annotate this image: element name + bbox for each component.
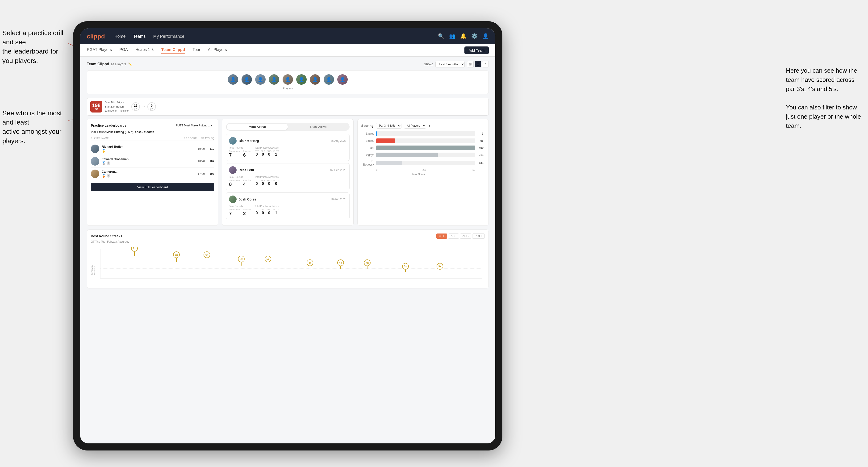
people-icon[interactable]: 👥	[449, 33, 456, 39]
streak-dot-circle: 4x	[337, 259, 344, 266]
navbar-links: Home Teams My Performance	[115, 34, 184, 39]
pa-total-rounds-label: Total Rounds	[229, 147, 251, 149]
chevron-down-icon: ▾	[211, 124, 212, 127]
player-avatar-4[interactable]: 👤	[269, 74, 279, 85]
bar-track-dbogeys: 131	[376, 161, 475, 165]
subnav-all-players[interactable]: All Players	[208, 48, 227, 54]
scoring-bar-chart: Eagles 3 Birdies 96	[361, 131, 485, 176]
streak-filter-app[interactable]: APP	[448, 234, 459, 239]
least-active-tab[interactable]: Least Active	[288, 124, 349, 130]
pa-app: APP 0	[261, 150, 265, 157]
pa-activity-vals: OTT 0 APP 0 ARG 0	[254, 150, 279, 157]
streak-dot-circle: 3x	[437, 263, 443, 270]
pa-practice-activities-3: Total Practice Activities OTT 0 APP 0	[254, 205, 279, 216]
bar-value-eagles: 3	[482, 132, 484, 135]
lb-info-1: Richard Butler 🥇	[102, 145, 195, 153]
pa-avatar-1	[229, 137, 237, 145]
subnav-pgat[interactable]: PGAT Players	[87, 48, 112, 54]
scoring-player-filter[interactable]: All Players	[404, 123, 426, 129]
streak-dot-circle: 7x	[131, 247, 138, 252]
annotation-text: team have scored across	[786, 76, 854, 83]
nav-teams[interactable]: Teams	[133, 34, 146, 39]
subnav-tour[interactable]: Tour	[192, 48, 200, 54]
streak-dot: 6x	[204, 251, 210, 262]
streak-stem	[310, 266, 310, 269]
bar-row-birdies: Birdies 96	[361, 138, 475, 143]
streak-stem	[134, 252, 135, 256]
subnav-team-clippd[interactable]: Team Clippd	[161, 48, 185, 54]
leaderboard-dropdown[interactable]: PUTT Must Make Putting... ▾	[174, 123, 214, 128]
bar-fill-eagles	[376, 131, 377, 136]
user-avatar-icon[interactable]: 👤	[483, 33, 489, 39]
subnav-pga[interactable]: PGA	[119, 48, 128, 54]
list-item: Blair McHarg 26 Aug 2023 Total Rounds To…	[226, 134, 349, 161]
pa-name-1: Blair McHarg	[239, 139, 259, 143]
shot-circle-yards: 16 yds	[131, 102, 140, 111]
pa-total-rounds-label-2: Total Rounds	[229, 176, 251, 178]
bell-icon[interactable]: 🔔	[460, 33, 467, 39]
bar-track-pars: 499	[376, 146, 475, 150]
player-avatar-9[interactable]: 👤	[337, 74, 348, 85]
streak-filter-arg[interactable]: ARG	[460, 234, 471, 239]
annotation-text: Select a practice drill and see	[2, 29, 63, 46]
streak-filter-putt[interactable]: PUTT	[472, 234, 485, 239]
player-avatar-8[interactable]: 👤	[323, 74, 334, 85]
list-item: Rees Britt 02 Sep 2023 Total Rounds Tour…	[226, 163, 349, 190]
view-leaderboard-button[interactable]: View Full Leaderboard	[91, 183, 214, 191]
lb-subtitle-period: Last 3 months	[135, 130, 154, 134]
detail-view-btn[interactable]: ≡	[482, 61, 489, 67]
pa-name-3: Josh Coles	[239, 197, 256, 201]
player-avatar-7[interactable]: 👤	[310, 74, 320, 85]
bar-value-birdies: 96	[480, 139, 484, 143]
navbar-icons: 🔍 👥 🔔 ⚙️ 👤	[438, 33, 489, 39]
scoring-header: Scoring Par 3, 4 & 5s All Players ▾	[361, 123, 485, 129]
search-icon[interactable]: 🔍	[438, 33, 444, 39]
shot-arrow: →	[142, 104, 146, 109]
annotation-text: active amongst your players.	[2, 128, 62, 144]
streak-dot-circle: 5x	[265, 256, 271, 262]
player-avatar-1[interactable]: 👤	[228, 74, 238, 85]
lb-medal-num-2: 2	[106, 161, 111, 165]
lb-col-avg: PB AVG SQ	[201, 137, 214, 139]
streak-dot: 3x	[437, 263, 443, 272]
annotation-text: You can also filter to show	[786, 104, 857, 111]
nav-my-performance[interactable]: My Performance	[153, 34, 184, 39]
lb-col-name: PLAYER NAME	[91, 137, 184, 139]
tablet-frame: clippd Home Teams My Performance 🔍 👥 🔔 ⚙…	[73, 21, 502, 450]
scoring-par-filter[interactable]: Par 3, 4 & 5s	[376, 123, 401, 129]
subnav-hcaps[interactable]: Hcaps 1-5	[135, 48, 154, 54]
subnav-links: PGAT Players PGA Hcaps 1-5 Team Clippd T…	[87, 48, 227, 54]
streak-dot-circle: 4x	[364, 259, 371, 266]
add-team-button[interactable]: Add Team	[464, 46, 489, 54]
chevron-down-icon[interactable]: ▾	[429, 123, 431, 128]
players-avatars: 👤 👤 👤 👤 👤 👤 👤 👤 👤	[228, 74, 348, 85]
bar-row-pars: Pars 499	[361, 146, 475, 150]
pa-stats-2: Total Rounds Tournament 8 Practice 4	[229, 176, 346, 187]
bar-fill-birdies	[376, 138, 395, 143]
practice-val-1: 6	[243, 152, 251, 158]
pa-ott: OTT 0	[254, 150, 259, 157]
show-period-select[interactable]: Last 3 months	[435, 61, 465, 67]
edit-icon[interactable]: ✏️	[128, 62, 132, 66]
grid-view-btn[interactable]: ⊞	[467, 61, 474, 67]
streaks-header: Best Round Streaks OTT APP ARG PUTT	[91, 234, 485, 239]
streak-dot: 4x	[337, 259, 344, 269]
settings-icon[interactable]: ⚙️	[471, 33, 478, 39]
shot-badge-label: SC	[95, 108, 98, 111]
player-avatar-2[interactable]: 👤	[242, 74, 252, 85]
player-avatar-5[interactable]: 👤	[283, 74, 293, 85]
pa-practice: Practice 6	[243, 150, 251, 158]
leaderboard-title: Practice Leaderboards	[91, 124, 126, 127]
pa-practice-activities: Total Practice Activities OTT 0 APP 0	[254, 147, 279, 158]
shot-badge: 198 SC	[90, 101, 102, 113]
most-active-tab[interactable]: Most Active	[227, 124, 288, 130]
list-view-btn[interactable]: ☰	[474, 61, 481, 67]
player-avatar-6[interactable]: 👤	[296, 74, 307, 85]
show-label: Show:	[424, 62, 433, 66]
lb-name-2: Edward Crossman	[102, 157, 195, 161]
show-controls: Show: Last 3 months ⊞ ☰ ≡	[424, 61, 489, 67]
nav-home[interactable]: Home	[115, 34, 126, 39]
streak-filter-ott[interactable]: OTT	[436, 234, 447, 239]
streak-dot: 7x	[131, 247, 138, 256]
player-avatar-3[interactable]: 👤	[255, 74, 266, 85]
